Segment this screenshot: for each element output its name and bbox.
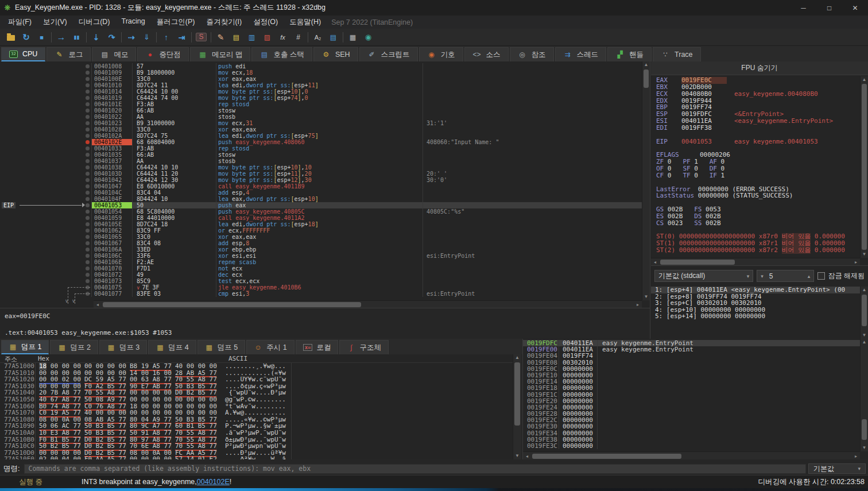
gutter-dot-icon[interactable] xyxy=(86,273,90,277)
breakpoint-gutter[interactable] xyxy=(0,164,92,171)
breakpoint-gutter[interactable] xyxy=(0,126,92,133)
disasm-row[interactable]: 0040100E33C0xor eax,eax xyxy=(0,76,642,82)
disasm-address[interactable]: 00401033 xyxy=(92,145,133,152)
stack-row[interactable]: 0019FE1C00000000 xyxy=(523,392,860,398)
dump-address[interactable]: 77A510A0 xyxy=(0,430,36,436)
registers-panel[interactable]: FPU 숨기기 EAX0019FE0CEBX002DB000ECX004080B… xyxy=(651,61,868,265)
flags-row[interactable]: ZF 0 PF 1 AF 0 xyxy=(651,158,860,165)
gutter-dot-icon[interactable] xyxy=(86,241,90,245)
stack-vertical-scrollbar[interactable]: ▲ ▼ xyxy=(860,339,868,451)
gutter-dot-icon[interactable] xyxy=(86,165,90,169)
dump-ascii[interactable]: À.¥w@........... xyxy=(217,409,292,416)
functions-icon[interactable]: fx xyxy=(275,30,290,44)
disasm-instruction[interactable]: xor esi,esi xyxy=(216,253,423,259)
scroll-thumb[interactable] xyxy=(532,454,681,459)
menu-item[interactable]: 도움말(H) xyxy=(284,16,327,29)
dump-bytes-group[interactable]: C0 19 A5 77 xyxy=(36,409,81,416)
disasm-instruction[interactable]: mov byte ptr ss:[esp+12],30 xyxy=(216,177,423,183)
gutter-dot-icon[interactable] xyxy=(86,83,90,87)
disasm-instruction[interactable]: push eax xyxy=(216,202,423,208)
gutter-dot-icon[interactable] xyxy=(86,77,90,81)
az-icon[interactable]: A₂ xyxy=(310,30,326,44)
gutter-dot-icon[interactable] xyxy=(86,235,90,239)
disasm-row[interactable]: 004010108D7C24 11lea edi,dword ptr ss:[e… xyxy=(0,82,642,88)
disasm-instruction[interactable]: rep stosd xyxy=(216,145,423,152)
scroll-right-icon[interactable]: ▸ xyxy=(635,302,641,308)
dump-ascii[interactable]: ð±µwÐ²µw..¨wpU¨w xyxy=(217,436,292,443)
breakpoint-gutter[interactable] xyxy=(0,88,92,95)
disasm-address[interactable]: 00401042 xyxy=(92,177,133,183)
disasm-instruction[interactable]: or ecx,FFFFFFFF xyxy=(216,227,423,234)
arg-count-spinner[interactable]: ▾ 5 ▴ xyxy=(757,270,814,282)
disasm-row[interactable]: 0040102E68 60804000push easy_keygenme.40… xyxy=(0,139,642,145)
dump-bytes-group[interactable]: 40 00 00 00 xyxy=(81,409,126,416)
breakpoint-dot-icon[interactable] xyxy=(86,140,90,144)
disasm-row[interactable]: 00401047E8 6D010000call easy_keygenme.40… xyxy=(0,183,642,190)
scroll-right-icon[interactable]: ▸ xyxy=(853,454,859,459)
disasm-instruction[interactable]: push easy_keygenme.40805C xyxy=(216,208,423,215)
dump-panel[interactable]: 주소 Hex ASCII 77A5100018 00 00 0000 00 00… xyxy=(0,354,513,459)
menu-item[interactable]: Tracing xyxy=(116,16,151,29)
disasm-instruction[interactable]: stosw xyxy=(216,152,423,158)
disasm-address[interactable]: 00401022 xyxy=(92,114,133,120)
dump-row[interactable]: 77A510E002 00 04 00F0 AA A5 7700 00 00 0… xyxy=(0,456,513,459)
disasm-row[interactable]: 00401014C64424 10 00mov byte ptr ss:[esp… xyxy=(0,88,642,95)
scroll-up-icon[interactable]: ▲ xyxy=(861,77,868,83)
disasm-row[interactable]: 0040106783C4 08add esp,8 xyxy=(0,240,642,246)
dump-bytes-group[interactable]: 40 00 00 00 xyxy=(172,363,217,370)
disasm-row[interactable]: 00401042C64424 12 30mov byte ptr ss:[esp… xyxy=(0,177,642,183)
dump-bytes-group[interactable]: 00 00 00 00 xyxy=(126,456,172,459)
disasm-instruction[interactable]: add esp,4 xyxy=(216,190,423,196)
disasm-instruction[interactable]: stosw xyxy=(216,107,423,114)
arg-row[interactable]: 3: [esp+C] 00302010 00302010 xyxy=(651,300,860,307)
run-to-user-code-icon[interactable]: ⇥ xyxy=(174,30,189,44)
disasm-instruction[interactable]: add esp,8 xyxy=(216,240,423,246)
disasm-instruction[interactable]: push edi xyxy=(216,63,423,69)
comments-icon[interactable]: ▤ xyxy=(228,30,244,44)
tab-dump3[interactable]: ▦덤프 3 xyxy=(99,340,147,354)
scroll-left-icon[interactable]: ◂ xyxy=(652,260,658,265)
scroll-up-icon[interactable]: ▲ xyxy=(861,287,868,293)
breakpoint-gutter[interactable] xyxy=(0,215,92,221)
tab-breakpoints[interactable]: ●중단점 xyxy=(137,47,189,61)
disasm-address[interactable]: 00401047 xyxy=(92,183,133,190)
dump-address[interactable]: 77A51000 xyxy=(0,363,36,370)
scroll-down-icon[interactable]: ▼ xyxy=(861,252,868,257)
goto-icon[interactable]: ▤ xyxy=(326,30,341,44)
pause-icon[interactable]: ▮▮ xyxy=(69,30,84,44)
scroll-right-icon[interactable]: ▸ xyxy=(853,260,859,265)
disasm-address[interactable]: 0040100E xyxy=(92,76,133,82)
scroll-down-icon[interactable]: ▼ xyxy=(513,453,521,459)
disasm-row[interactable]: 0040102066:ABstosw xyxy=(0,107,642,114)
dump-ascii[interactable]: P²µwÐ²µwpn¨wpU¨w xyxy=(217,443,292,450)
stop-icon[interactable]: ■ xyxy=(34,30,49,44)
disasm-row[interactable]: 0040103566:ABstosw xyxy=(0,152,642,158)
disasm-row[interactable]: 0040106533C0xor eax,eax xyxy=(0,234,642,240)
disasm-instruction[interactable]: mov ecx,18 xyxy=(216,69,423,76)
tab-handles[interactable]: ▞핸들 xyxy=(607,47,652,61)
dump-bytes-group[interactable]: 57 14 01 E2 xyxy=(172,456,217,459)
disasm-address[interactable]: 00401053 xyxy=(92,202,133,208)
breakpoint-gutter[interactable] xyxy=(0,133,92,139)
gutter-dot-icon[interactable] xyxy=(86,102,90,106)
dump-bytes-group[interactable]: B8 19 A5 77 xyxy=(126,363,172,370)
disasm-address[interactable]: 0040105E xyxy=(92,221,133,227)
disasm-address[interactable]: 00401009 xyxy=(92,69,133,76)
disasm-address[interactable]: 00401023 xyxy=(92,120,133,126)
register-row[interactable]: EBX002DB000 xyxy=(651,84,860,91)
gutter-dot-icon[interactable] xyxy=(86,216,90,220)
scroll-down-icon[interactable]: ▼ xyxy=(642,294,650,300)
disasm-address[interactable]: 0040102E xyxy=(92,139,133,145)
disasm-instruction[interactable]: call easy_keygenme.4011B9 xyxy=(216,183,423,190)
disasm-address[interactable]: 00401062 xyxy=(92,227,133,234)
stack-row[interactable]: 0019FE1800000000 xyxy=(523,385,860,391)
tab-threads[interactable]: ⇉스레드 xyxy=(555,47,607,61)
flags-row[interactable]: CF 0 TF 0 IF 1 xyxy=(651,172,860,179)
breakpoint-gutter[interactable] xyxy=(0,278,92,284)
gutter-dot-icon[interactable] xyxy=(86,159,90,163)
disasm-instruction[interactable]: push easy_keygenme.408060 xyxy=(216,139,423,145)
register-row[interactable]: ESI004011EA<easy_keygenme.EntryPoint> xyxy=(651,118,860,125)
disasm-address[interactable]: 00401028 xyxy=(92,126,133,133)
scroll-thumb[interactable] xyxy=(514,362,520,426)
tab-struct[interactable]: ∫구조체 xyxy=(339,340,389,354)
